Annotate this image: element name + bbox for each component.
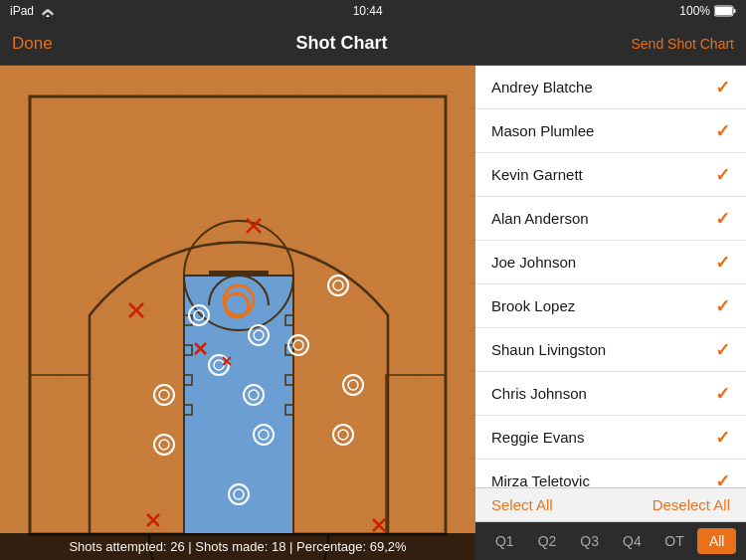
- deselect-all-button[interactable]: Deselect All: [653, 496, 730, 513]
- player-checkmark: ✓: [715, 295, 730, 317]
- player-checkmark: ✓: [715, 252, 730, 274]
- quarter-button-q2[interactable]: Q2: [528, 528, 567, 554]
- player-name: Alan Anderson: [491, 210, 589, 227]
- player-item[interactable]: Brook Lopez✓: [475, 284, 746, 328]
- court-area: Shots attempted: 26 | Shots made: 18 | P…: [0, 66, 475, 560]
- player-item[interactable]: Shaun Livingston✓: [475, 328, 746, 372]
- status-left: iPad: [10, 4, 56, 18]
- player-name: Mirza Teletovic: [491, 472, 590, 487]
- player-checkmark: ✓: [715, 208, 730, 230]
- quarter-filter-row: Q1Q2Q3Q4OTAll: [475, 522, 746, 560]
- player-item[interactable]: Mason Plumlee✓: [475, 109, 746, 153]
- player-item[interactable]: Alan Anderson✓: [475, 197, 746, 241]
- player-checkmark: ✓: [715, 77, 730, 98]
- player-checkmark: ✓: [715, 164, 730, 186]
- quarter-button-q4[interactable]: Q4: [613, 528, 652, 554]
- quarter-button-q1[interactable]: Q1: [485, 528, 524, 554]
- player-name: Andrey Blatche: [491, 79, 593, 95]
- svg-point-0: [47, 15, 50, 17]
- player-item[interactable]: Andrey Blatche✓: [475, 66, 746, 109]
- main-content: Shots attempted: 26 | Shots made: 18 | P…: [0, 66, 746, 560]
- player-name: Mason Plumlee: [491, 122, 594, 139]
- carrier-label: iPad: [10, 4, 34, 18]
- player-name: Shaun Livingston: [491, 341, 606, 358]
- battery-icon: [714, 5, 736, 17]
- page-title: Shot Chart: [296, 33, 388, 54]
- select-row: Select All Deselect All: [475, 487, 746, 522]
- svg-rect-2: [733, 9, 735, 13]
- send-shot-chart-button[interactable]: Send Shot Chart: [631, 36, 734, 52]
- player-item[interactable]: Kevin Garnett✓: [475, 153, 746, 197]
- player-name: Kevin Garnett: [491, 166, 583, 183]
- status-bar: iPad 10:44 100%: [0, 0, 746, 22]
- player-checkmark: ✓: [715, 339, 730, 361]
- player-list: Andrey Blatche✓Mason Plumlee✓Kevin Garne…: [475, 66, 746, 487]
- stats-text: Shots attempted: 26 | Shots made: 18 | P…: [69, 539, 406, 554]
- player-name: Brook Lopez: [491, 297, 575, 314]
- player-item[interactable]: Mirza Teletovic✓: [475, 460, 746, 487]
- player-item[interactable]: Joe Johnson✓: [475, 241, 746, 284]
- done-button[interactable]: Done: [12, 34, 53, 54]
- wifi-icon: [40, 5, 56, 17]
- player-name: Joe Johnson: [491, 254, 576, 271]
- nav-bar: Done Shot Chart Send Shot Chart: [0, 22, 746, 66]
- status-right: 100%: [679, 4, 736, 18]
- player-panel: Andrey Blatche✓Mason Plumlee✓Kevin Garne…: [475, 66, 746, 560]
- player-item[interactable]: Reggie Evans✓: [475, 416, 746, 460]
- select-all-button[interactable]: Select All: [491, 496, 553, 513]
- stats-bar: Shots attempted: 26 | Shots made: 18 | P…: [0, 533, 475, 560]
- svg-rect-3: [715, 7, 732, 15]
- quarter-button-ot[interactable]: OT: [655, 528, 694, 554]
- player-checkmark: ✓: [715, 470, 730, 488]
- basketball-court-svg: [0, 66, 475, 560]
- time-label: 10:44: [353, 4, 383, 18]
- player-name: Reggie Evans: [491, 429, 584, 446]
- player-checkmark: ✓: [715, 383, 730, 405]
- player-checkmark: ✓: [715, 120, 730, 142]
- player-name: Chris Johnson: [491, 385, 587, 402]
- player-checkmark: ✓: [715, 427, 730, 449]
- player-item[interactable]: Chris Johnson✓: [475, 372, 746, 416]
- quarter-button-all[interactable]: All: [697, 528, 736, 554]
- battery-label: 100%: [679, 4, 710, 18]
- quarter-button-q3[interactable]: Q3: [570, 528, 609, 554]
